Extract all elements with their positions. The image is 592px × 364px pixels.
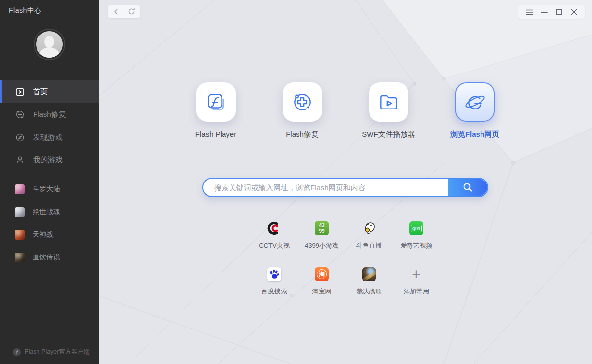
main-area: Flash Player Flash修复 <box>99 0 592 364</box>
folder-play-icon <box>377 91 400 113</box>
game-gem-icon <box>362 267 376 282</box>
active-tab-indicator <box>434 146 517 146</box>
quick-link-label: 百度搜索 <box>261 287 287 296</box>
game-label: 血饮传说 <box>33 253 60 262</box>
feature-label: 浏览Flash网页 <box>450 130 499 139</box>
avatar-silhouette-icon <box>36 31 63 58</box>
search-bar <box>202 178 488 197</box>
sidebar-item-label: 发现游戏 <box>33 133 63 142</box>
quick-link-label: 斗鱼直播 <box>356 241 382 250</box>
sidebar-game-jueshi[interactable]: 绝世战魂 <box>0 201 99 223</box>
quick-link-label: 淘宝网 <box>312 287 332 296</box>
quick-links-row-1: CCTV央视 43 99 4399小游戏 <box>251 221 440 250</box>
quick-link-add[interactable]: + 添加常用 <box>393 267 440 296</box>
sidebar: Flash中心 首页 <box>0 0 99 364</box>
flash-logo-icon <box>205 91 227 113</box>
quick-link-douyu[interactable]: 斗鱼直播 <box>345 221 393 250</box>
feature-label: Flash Player <box>195 130 236 138</box>
sidebar-nav: 首页 Flash修复 <box>0 80 99 171</box>
back-button[interactable] <box>111 6 122 17</box>
sidebar-item-flash-repair[interactable]: Flash修复 <box>0 103 99 126</box>
quick-link-caijue[interactable]: 裁决战歌 <box>345 267 393 296</box>
quick-link-label: 爱奇艺视频 <box>401 241 433 250</box>
quick-link-label: 4399小游戏 <box>305 241 338 250</box>
sidebar-game-xueyin[interactable]: 血饮传说 <box>0 246 99 269</box>
sidebar-item-discover-games[interactable]: 发现游戏 <box>0 126 99 148</box>
taobao-icon: 淘 <box>315 267 329 282</box>
compass-icon <box>16 133 24 142</box>
douyu-fish-icon <box>362 221 376 236</box>
repair-plus-icon <box>291 91 314 113</box>
flash-f-icon: f <box>13 348 21 356</box>
avatar[interactable] <box>34 29 65 60</box>
game-thumbnail <box>15 230 25 240</box>
user-icon <box>16 156 24 164</box>
quick-link-label: CCTV央视 <box>259 241 289 250</box>
feature-tabs: Flash Player Flash修复 <box>99 82 592 139</box>
search-input[interactable] <box>203 179 448 196</box>
app-title: Flash中心 <box>9 6 41 15</box>
sidebar-item-label: 首页 <box>33 87 48 97</box>
search-icon <box>462 182 473 193</box>
refresh-button[interactable] <box>125 6 137 17</box>
nav-toolbar <box>108 5 140 18</box>
menu-icon[interactable] <box>522 6 537 18</box>
sidebar-game-list: 斗罗大陆 绝世战魂 天神战 血饮传说 <box>0 178 99 269</box>
feature-card <box>196 82 236 122</box>
game-label: 绝世战魂 <box>33 208 60 217</box>
sidebar-item-my-games[interactable]: 我的游戏 <box>0 148 99 171</box>
quick-link-4399[interactable]: 43 99 4399小游戏 <box>298 221 345 250</box>
iqiyi-icon: QIYI <box>409 221 423 236</box>
quick-link-cctv[interactable]: CCTV央视 <box>251 221 298 250</box>
repair-icon <box>16 110 24 119</box>
4399-icon: 43 99 <box>315 221 329 236</box>
game-thumbnail <box>15 207 25 217</box>
tab-swf-player[interactable]: SWF文件播放器 <box>369 82 408 139</box>
home-player-icon <box>16 88 24 96</box>
search-button[interactable] <box>448 179 487 196</box>
tab-flash-player[interactable]: Flash Player <box>196 82 236 139</box>
sidebar-item-label: Flash修复 <box>33 110 66 119</box>
quick-link-taobao[interactable]: 淘 淘宝网 <box>298 267 345 296</box>
tab-browse-flash-web[interactable]: 浏览Flash网页 <box>455 82 495 139</box>
footer-label: Flash Player官方客户端 <box>25 348 90 356</box>
window-controls <box>518 5 585 19</box>
sidebar-game-tianshen[interactable]: 天神战 <box>0 223 99 246</box>
baidu-paw-icon <box>267 267 281 282</box>
quick-link-label: 裁决战歌 <box>356 287 382 296</box>
quick-link-iqiyi[interactable]: QIYI 爱奇艺视频 <box>393 221 440 250</box>
feature-card <box>283 82 322 122</box>
quick-links-row-2: 百度搜索 淘 淘宝网 裁决战歌 + 添加常用 <box>251 267 440 296</box>
sidebar-item-label: 我的游戏 <box>33 155 63 165</box>
sidebar-game-douluo[interactable]: 斗罗大陆 <box>0 178 99 201</box>
sidebar-footer: f Flash Player官方客户端 <box>13 348 90 356</box>
quick-link-label: 添加常用 <box>404 287 429 296</box>
cctv-icon <box>267 221 282 236</box>
game-thumbnail <box>15 253 25 262</box>
sidebar-item-home[interactable]: 首页 <box>0 80 99 103</box>
game-thumbnail <box>15 184 25 194</box>
game-label: 斗罗大陆 <box>33 185 60 194</box>
minimize-button[interactable] <box>537 6 552 18</box>
close-button[interactable] <box>566 6 581 18</box>
feature-card <box>369 82 408 122</box>
feature-card <box>455 82 495 122</box>
maximize-button[interactable] <box>552 6 566 18</box>
tab-flash-repair[interactable]: Flash修复 <box>283 82 322 139</box>
plus-icon: + <box>412 267 421 282</box>
feature-label: SWF文件播放器 <box>362 130 415 139</box>
feature-label: Flash修复 <box>286 130 319 139</box>
quick-link-baidu[interactable]: 百度搜索 <box>251 267 298 296</box>
globe-orbit-icon <box>463 90 487 114</box>
game-label: 天神战 <box>33 230 53 239</box>
flash-center-window: Flash中心 首页 <box>0 0 592 364</box>
